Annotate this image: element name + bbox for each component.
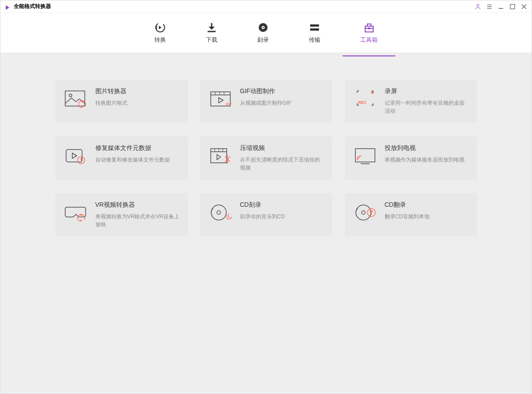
tool-cd-burn[interactable]: CD刻录 刻录你的音乐到CD — [200, 193, 332, 236]
nav-label: 下载 — [206, 36, 217, 44]
svg-rect-41 — [355, 149, 375, 162]
cast-tv-icon — [353, 146, 378, 165]
nav-download[interactable]: 下载 — [201, 18, 222, 47]
tool-desc: 自动修复和修改媒体文件元数据 — [95, 156, 180, 164]
app-title: 全能格式转换器 — [14, 3, 51, 10]
burn-icon — [257, 22, 269, 33]
compress-video-icon — [208, 146, 233, 165]
navbar: 转换 下载 刻录 传输 工具箱 — [0, 13, 532, 53]
convert-icon — [154, 22, 166, 33]
tool-desc: 将视频作为媒体服务器投放到电视 — [385, 156, 469, 164]
svg-point-34 — [81, 162, 82, 163]
tool-compress-video[interactable]: 压缩视频 在不损失清晰度的情况下压缩你的视频 — [200, 136, 332, 180]
app-window: 全能格式转换器 转换 — [0, 0, 532, 394]
nav-label: 传输 — [309, 36, 320, 44]
cd-burn-icon — [208, 203, 233, 222]
minimize-icon[interactable] — [498, 4, 504, 10]
image-converter-icon — [63, 89, 88, 109]
transfer-icon — [309, 22, 320, 33]
tool-text: VR视频转换器 将视频转换为VR格式并在VR设备上放映 — [95, 201, 180, 229]
app-logo-icon — [5, 4, 10, 9]
svg-text:GIF: GIF — [226, 102, 232, 106]
menu-icon[interactable] — [486, 4, 493, 10]
svg-point-13 — [263, 27, 264, 28]
tool-title: CD刻录 — [240, 201, 324, 209]
tool-grid: 图片转换器 转换图片格式 GIF GIF动图制作 从视频或图片制作GIF REC — [55, 79, 477, 236]
tool-title: GIF动图制作 — [240, 87, 324, 95]
maximize-icon[interactable] — [509, 4, 516, 10]
svg-point-44 — [211, 205, 226, 220]
tool-title: 投放到电视 — [385, 144, 469, 152]
tool-vr-converter[interactable]: VR视频转换器 将视频转换为VR格式并在VR设备上放映 — [55, 193, 188, 236]
tool-text: 录屏 记录同一时间所有带有音频的桌面活动 — [385, 87, 469, 115]
tool-image-converter[interactable]: 图片转换器 转换图片格式 — [55, 79, 188, 123]
tool-title: 压缩视频 — [240, 144, 324, 152]
svg-point-47 — [362, 211, 365, 214]
tool-desc: 在不损失清晰度的情况下压缩你的视频 — [240, 156, 324, 172]
toolbox-icon — [363, 22, 375, 33]
tool-text: 图片转换器 转换图片格式 — [95, 87, 180, 107]
vr-converter-icon — [63, 203, 88, 222]
tool-text: 投放到电视 将视频作为媒体服务器投放到电视 — [385, 144, 469, 164]
svg-point-29 — [371, 92, 373, 94]
titlebar: 全能格式转换器 — [0, 0, 532, 13]
svg-point-45 — [217, 211, 221, 214]
content-area: 图片转换器 转换图片格式 GIF GIF动图制作 从视频或图片制作GIF REC — [0, 53, 532, 394]
tool-text: GIF动图制作 从视频或图片制作GIF — [240, 87, 324, 107]
tool-desc: 转换图片格式 — [95, 99, 180, 107]
tool-text: CD刻录 刻录你的音乐到CD — [240, 201, 324, 221]
svg-point-0 — [477, 4, 479, 6]
svg-text:REC: REC — [358, 100, 367, 105]
tool-gif-maker[interactable]: GIF GIF动图制作 从视频或图片制作GIF — [200, 79, 332, 123]
tool-fix-metadata[interactable]: 修复媒体文件元数据 自动修复和修改媒体文件元数据 — [55, 136, 188, 180]
screen-record-icon: REC — [353, 89, 378, 109]
gif-maker-icon: GIF — [208, 89, 233, 109]
svg-point-21 — [69, 94, 72, 97]
tool-desc: 记录同一时间所有带有音频的桌面活动 — [385, 99, 469, 115]
nav-label: 工具箱 — [360, 36, 378, 44]
tool-title: VR视频转换器 — [95, 201, 180, 209]
fix-metadata-icon — [63, 146, 88, 165]
tool-screen-record[interactable]: REC 录屏 记录同一时间所有带有音频的桌面活动 — [345, 79, 477, 123]
svg-point-46 — [356, 205, 371, 220]
nav-toolbox[interactable]: 工具箱 — [356, 18, 382, 47]
tool-title: CD翻录 — [385, 201, 469, 209]
tool-text: CD翻录 翻录CD音频到本地 — [385, 201, 469, 221]
svg-rect-17 — [367, 24, 371, 26]
tool-title: 图片转换器 — [95, 87, 180, 95]
tool-desc: 翻录CD音频到本地 — [385, 213, 469, 221]
download-icon — [206, 22, 217, 33]
tool-cd-rip[interactable]: CD翻录 翻录CD音频到本地 — [345, 193, 477, 236]
tool-title: 录屏 — [385, 87, 469, 95]
svg-rect-31 — [66, 150, 82, 162]
svg-rect-20 — [65, 91, 85, 106]
nav-transfer[interactable]: 传输 — [304, 18, 325, 47]
close-icon[interactable] — [521, 4, 527, 10]
titlebar-right — [475, 4, 527, 10]
tool-title: 修复媒体文件元数据 — [95, 144, 180, 152]
nav-convert[interactable]: 转换 — [150, 18, 170, 47]
tool-text: 修复媒体文件元数据 自动修复和修改媒体文件元数据 — [95, 144, 180, 164]
tool-text: 压缩视频 在不损失清晰度的情况下压缩你的视频 — [240, 144, 324, 172]
tool-desc: 刻录你的音乐到CD — [240, 213, 324, 221]
tool-cast-tv[interactable]: 投放到电视 将视频作为媒体服务器投放到电视 — [345, 136, 477, 180]
nav-label: 刻录 — [257, 36, 269, 44]
cd-rip-icon — [353, 203, 378, 222]
user-icon[interactable] — [475, 4, 481, 10]
svg-rect-5 — [510, 4, 515, 9]
titlebar-left: 全能格式转换器 — [5, 3, 51, 10]
tool-desc: 从视频或图片制作GIF — [240, 99, 324, 107]
tool-desc: 将视频转换为VR格式并在VR设备上放映 — [95, 213, 180, 229]
svg-rect-19 — [368, 28, 370, 29]
nav-label: 转换 — [154, 36, 166, 44]
nav-burn[interactable]: 刻录 — [253, 18, 273, 47]
